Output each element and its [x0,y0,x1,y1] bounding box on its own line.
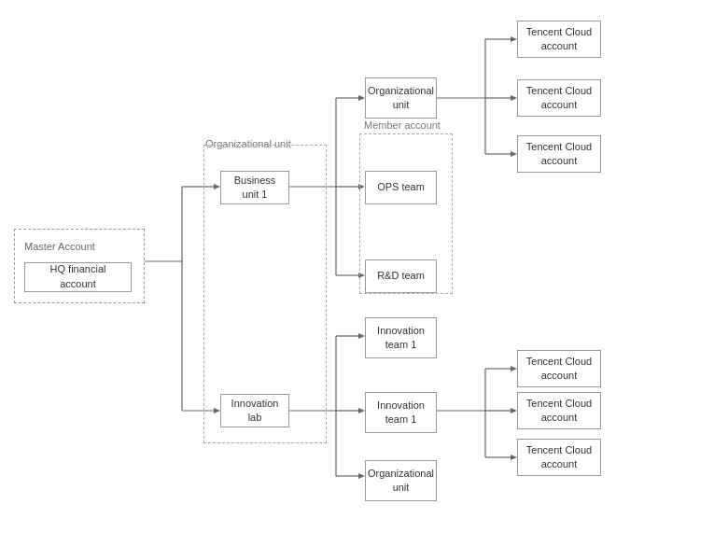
master-account-container: Master Account HQ financial account [14,229,145,303]
tencent-account-4-node: Tencent Cloud account [517,350,601,387]
svg-marker-20 [511,95,517,101]
org-unit-top-node: Organizational unit [365,77,437,119]
svg-marker-22 [511,151,517,157]
svg-marker-28 [358,408,365,413]
member-account-label: Member account [364,119,441,131]
master-account-label: Master Account [24,240,95,254]
svg-marker-26 [358,333,365,339]
tencent-account-6-node: Tencent Cloud account [517,439,601,476]
ops-team-node: OPS team [365,171,437,204]
org-unit-left-group [203,145,327,443]
tencent-account-5-node: Tencent Cloud account [517,392,601,429]
svg-marker-10 [358,95,365,101]
hq-financial-node: HQ financial account [24,262,132,292]
rd-team-node: R&D team [365,259,437,293]
svg-marker-36 [511,408,517,413]
innovation-team-1b-node: Innovation team 1 [365,392,437,433]
svg-marker-38 [511,455,517,460]
diagram: Master Account HQ financial account Orga… [0,0,728,560]
tencent-account-1-node: Tencent Cloud account [517,21,601,58]
tencent-account-2-node: Tencent Cloud account [517,79,601,117]
org-unit-bottom-node: Organizational unit [365,460,437,501]
innovation-team-1a-node: Innovation team 1 [365,317,437,358]
svg-marker-18 [511,36,517,42]
svg-marker-34 [511,366,517,371]
svg-marker-30 [358,473,365,479]
tencent-account-3-node: Tencent Cloud account [517,135,601,173]
